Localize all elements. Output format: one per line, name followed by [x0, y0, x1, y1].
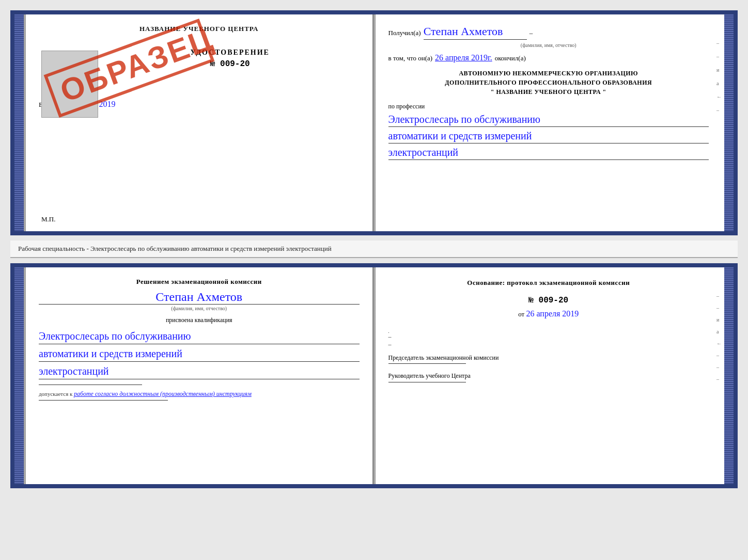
- assigned-label: присвоена квалификация: [39, 316, 360, 324]
- received-line: Получил(а) Степан Ахметов –: [388, 25, 709, 40]
- decision-text: Решением экзаменационной комиссии: [39, 278, 360, 286]
- protocol-number: № 009-20: [388, 296, 709, 305]
- org-line2: ДОПОЛНИТЕЛЬНОГО ПРОФЕССИОНАЛЬНОГО ОБРАЗО…: [388, 78, 709, 87]
- protocol-date: от 26 апреля 2019: [388, 309, 709, 318]
- protocol-date-prefix: от: [518, 310, 524, 318]
- photo-placeholder: [41, 51, 98, 118]
- school-name-header: НАЗВАНИЕ УЧЕБНОГО ЦЕНТРА: [39, 25, 360, 33]
- left-page: НАЗВАНИЕ УЧЕБНОГО ЦЕНТРА УДОСТОВЕРЕНИЕ №…: [26, 14, 373, 231]
- protocol-date-value: 26 апреля 2019: [526, 309, 579, 318]
- edge-а-bottom: а: [716, 329, 722, 334]
- vtom-line: в том, что он(а) 26 апреля 2019г. окончи…: [388, 53, 709, 62]
- finished-label: окончил(а): [495, 54, 526, 62]
- spine-left: [14, 14, 24, 231]
- cert-number: № 009-20: [101, 59, 360, 69]
- allowed-prefix: допускается к: [39, 391, 72, 397]
- profession-line3: электростанций: [388, 145, 709, 160]
- right-page: Получил(а) Степан Ахметов – (фамилия, им…: [376, 14, 725, 231]
- chairman-sig-line: [388, 363, 466, 364]
- profession-line2: автоматики и средств измерений: [388, 129, 709, 143]
- edge-dash1: –: [716, 107, 722, 113]
- specialty-bar: Рабочая специальность - Электрослесарь п…: [10, 241, 738, 258]
- person-name-bottom: Степан Ахметов: [39, 290, 360, 305]
- qual-line3: электростанций: [39, 363, 360, 379]
- spine-left-bottom: [14, 267, 24, 484]
- edge-и-bottom: и: [716, 317, 722, 323]
- bottom-left-page: Решением экзаменационной комиссии Степан…: [26, 267, 373, 484]
- edge-и: и: [716, 67, 722, 73]
- edge-arrow: ←: [716, 94, 722, 100]
- org-block: АВТОНОМНУЮ НЕКОММЕРЧЕСКУЮ ОРГАНИЗАЦИЮ ДО…: [388, 69, 709, 97]
- basis-text: Основание: протокол экзаменационной коми…: [388, 278, 709, 288]
- spine-right-top: [724, 14, 734, 231]
- allowed-text: работе согласно должностным (производств…: [74, 390, 252, 397]
- spine-right-bottom: [724, 267, 734, 484]
- director-label: Руководитель учебного Центра: [388, 372, 709, 380]
- recipient-name: Степан Ахметов: [424, 25, 527, 40]
- chairman-label: Председатель экзаменационной комиссии: [388, 354, 709, 362]
- name-hint-top: (фамилия, имя, отчество): [388, 42, 709, 48]
- edge-а: а: [716, 81, 722, 86]
- right-edge-marks: – – и а ← –: [716, 40, 722, 113]
- bottom-right-edge: – – и а ← – – –: [716, 293, 722, 382]
- org-line1: АВТОНОМНУЮ НЕКОММЕРЧЕСКУЮ ОРГАНИЗАЦИЮ: [388, 69, 709, 78]
- qual-line2: автоматики и средств измерений: [39, 346, 360, 362]
- director-sig-line: [388, 382, 466, 382]
- org-line3: " НАЗВАНИЕ УЧЕБНОГО ЦЕНТРА ": [388, 87, 709, 97]
- top-document: НАЗВАНИЕ УЧЕБНОГО ЦЕНТРА УДОСТОВЕРЕНИЕ №…: [10, 10, 738, 235]
- certificate-area: УДОСТОВЕРЕНИЕ № 009-20: [101, 49, 360, 69]
- vtom-date: 26 апреля 2019г.: [435, 53, 492, 62]
- edge-arrow-bottom: ←: [716, 341, 722, 346]
- vtom-label: в том, что он(а): [388, 54, 433, 62]
- name-hint-bottom: (фамилия, имя, отчество): [39, 306, 360, 311]
- received-label: Получил(а): [388, 29, 421, 37]
- page-wrapper: НАЗВАНИЕ УЧЕБНОГО ЦЕНТРА УДОСТОВЕРЕНИЕ №…: [10, 10, 738, 488]
- profession-label: по профессии: [388, 103, 709, 110]
- edge-mark-a: –: [716, 54, 722, 59]
- allowed-label: допускается к работе согласно должностны…: [39, 390, 360, 398]
- profession-line1: Электрослесарь по обслуживанию: [388, 112, 709, 127]
- mp-label: М.П.: [41, 215, 55, 223]
- edge-mark-i: –: [716, 40, 722, 46]
- bottom-document: Решением экзаменационной комиссии Степан…: [10, 263, 738, 488]
- cert-title: УДОСТОВЕРЕНИЕ: [101, 49, 360, 57]
- basis-line1: Основание: протокол экзаменационной коми…: [467, 279, 630, 286]
- qual-line1: Электрослесарь по обслуживанию: [39, 328, 360, 344]
- bottom-right-page: Основание: протокол экзаменационной коми…: [376, 267, 725, 484]
